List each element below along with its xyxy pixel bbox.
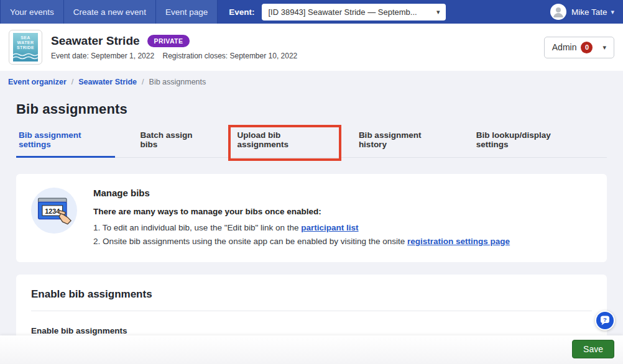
user-menu[interactable]: Mike Tate ▾	[550, 4, 623, 20]
save-button[interactable]: Save	[572, 340, 614, 358]
page-title: Bib assignments	[16, 101, 607, 117]
admin-count-badge: 0	[581, 42, 593, 53]
logo-text: STRIDE	[17, 45, 34, 50]
breadcrumb-separator: /	[142, 78, 144, 86]
event-selector-dropdown[interactable]: [ID 38943] Seawater Stride — Septemb... …	[262, 4, 446, 20]
manage-bibs-intro: There are many ways to manage your bibs …	[93, 207, 510, 216]
nav-item-label: Event page	[165, 7, 208, 17]
divider	[31, 311, 592, 311]
breadcrumb-separator: /	[72, 78, 73, 86]
bib-illustration-icon: 1234	[31, 188, 77, 234]
logo-text: SEA	[21, 35, 30, 40]
tab-label: Upload bib assignments	[237, 130, 288, 149]
event-selected-value: [ID 38943] Seawater Stride — Septemb...	[268, 7, 417, 17]
event-selector-label: Event:	[229, 7, 254, 17]
breadcrumb-seawater-stride[interactable]: Seawater Stride	[78, 78, 137, 86]
tab-bib-lookup-display-settings[interactable]: Bib lookup/display settings	[474, 127, 584, 157]
nav-item-create-event[interactable]: Create a new event	[64, 0, 156, 24]
manage-bibs-list: 1. To edit an individual bib, use the "E…	[93, 221, 510, 248]
breadcrumb-current: Bib assignments	[149, 78, 206, 86]
tab-label: Bib assignment history	[359, 130, 422, 149]
nav-item-your-events[interactable]: Your events	[0, 0, 64, 24]
tab-bar: Bib assignment settings Batch assign bib…	[16, 127, 607, 158]
question-mark-icon: ?	[599, 314, 611, 327]
tab-label: Batch assign bibs	[140, 130, 192, 149]
private-badge: PRIVATE	[147, 35, 190, 47]
svg-text:1234: 1234	[45, 207, 60, 215]
tab-bib-assignment-settings[interactable]: Bib assignment settings	[16, 127, 115, 158]
help-button[interactable]: ?	[595, 311, 615, 330]
bib-number-icon: 1234	[36, 196, 72, 225]
avatar	[550, 4, 566, 20]
list-item-text: 1. To edit an individual bib, use the "E…	[93, 223, 301, 232]
registration-settings-link[interactable]: registration settings page	[407, 237, 510, 246]
list-item: 2. Onsite bib assignments using the onsi…	[93, 235, 510, 248]
registration-closes: Registration closes: September 10, 2022	[162, 52, 297, 60]
breadcrumb: Event organizer / Seawater Stride / Bib …	[0, 71, 623, 93]
nav-item-label: Your events	[10, 7, 54, 17]
event-logo-poster: SEA WATER STRIDE	[13, 33, 38, 61]
enable-section-heading: Enable bib assignments	[31, 288, 592, 301]
logo-text: WATER	[17, 40, 34, 45]
event-header: SEA WATER STRIDE Seawater Stride PRIVATE…	[0, 24, 623, 71]
admin-label: Admin	[552, 42, 577, 52]
event-date: Event date: September 1, 2022	[51, 52, 154, 60]
waves-icon	[13, 53, 38, 60]
event-title: Seawater Stride	[51, 34, 140, 48]
chevron-down-icon: ▾	[436, 8, 440, 16]
user-name: Mike Tate	[571, 7, 607, 17]
tab-upload-bib-assignments[interactable]: Upload bib assignments	[234, 127, 333, 157]
breadcrumb-event-organizer[interactable]: Event organizer	[8, 78, 67, 86]
save-bar: Save	[0, 335, 623, 364]
list-item: 1. To edit an individual bib, use the "E…	[93, 221, 510, 235]
chevron-down-icon: ▾	[611, 8, 614, 16]
participant-list-link[interactable]: participant list	[301, 223, 358, 232]
list-item-text: 2. Onsite bib assignments using the onsi…	[93, 237, 407, 246]
tab-label: Bib assignment settings	[19, 130, 81, 149]
pointing-hand-icon	[58, 210, 71, 224]
nav-item-event-page[interactable]: Event page	[156, 0, 218, 24]
tab-batch-assign-bibs[interactable]: Batch assign bibs	[137, 127, 212, 157]
nav-item-label: Create a new event	[73, 7, 146, 17]
tab-bib-assignment-history[interactable]: Bib assignment history	[356, 127, 451, 157]
event-logo: SEA WATER STRIDE	[9, 30, 42, 65]
enable-toggle-label: Enable bib assignments	[31, 326, 592, 335]
chevron-down-icon: ▾	[602, 43, 606, 52]
event-dates: Event date: September 1, 2022 Registrati…	[51, 52, 297, 60]
top-navbar: Your events Create a new event Event pag…	[0, 0, 623, 24]
admin-dropdown-button[interactable]: Admin 0 ▾	[544, 37, 614, 58]
manage-bibs-card: 1234 Manage bibs There are many ways to …	[16, 174, 607, 262]
tab-label: Bib lookup/display settings	[476, 130, 551, 149]
manage-bibs-title: Manage bibs	[93, 188, 510, 198]
svg-text:?: ?	[603, 316, 607, 323]
person-icon	[550, 4, 566, 20]
